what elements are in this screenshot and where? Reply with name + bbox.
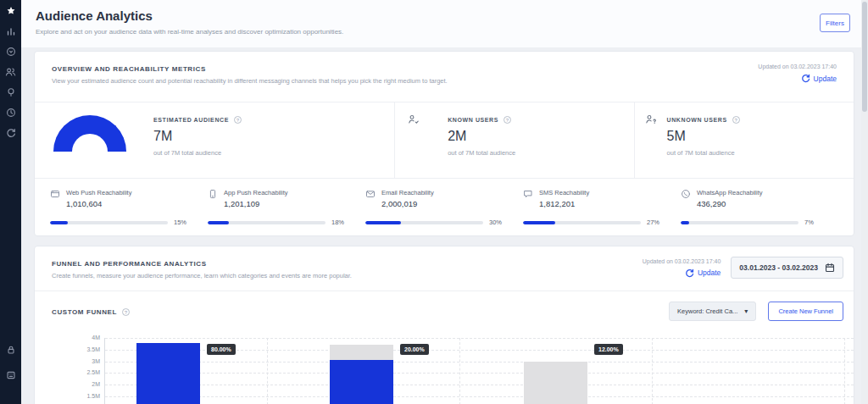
funnel-bar-total[interactable] [524,362,587,404]
progress-track [208,221,326,224]
progress-percent: 30% [489,219,504,226]
gridline-vertical [267,338,268,404]
gridline-vertical [652,338,653,404]
custom-funnel-toolbar: CUSTOM FUNNEL ? Keyword: Credit Ca... ▾ … [35,291,854,331]
help-icon[interactable]: ? [732,116,740,124]
metric-unknown-users: UNKNOWN USERS ? 5M out of 7M total audie… [634,102,854,179]
metric-value: 5M [667,129,740,144]
users-icon[interactable] [5,66,16,77]
funnel-updated-text: Updated on 03.02.2023 17:40 [643,258,721,264]
funnel-card-subtitle: Create funnels, measure your audience pe… [52,272,352,279]
gridline [105,373,854,374]
funnel-chart-plot: 80.00%20.00%12.00% [104,338,854,404]
sms-icon [523,189,533,208]
channel-value: 436,290 [697,199,763,208]
gridline-vertical [844,338,845,404]
chevron-down-icon: ▾ [744,307,748,315]
calendar-icon [825,263,835,273]
metric-label: UNKNOWN USERS [667,117,727,123]
keyword-dropdown-value: Keyword: Credit Ca... [677,307,737,315]
metric-caption: out of 7M total audience [153,149,242,157]
whatsapp-icon [681,189,691,208]
metric-label: KNOWN USERS [448,117,498,123]
progress-percent: 7% [804,219,820,226]
y-tick-label: 3M [62,358,100,364]
lock-icon[interactable] [5,344,16,355]
y-tick-label: 4M [62,335,100,340]
sidebar [0,0,21,404]
progress-percent: 15% [174,219,189,226]
funnel-bar-reached[interactable] [136,343,200,404]
y-tick-label: 2M [62,381,100,387]
gridline [105,385,854,385]
progress-fill [681,221,689,224]
help-icon[interactable]: ? [504,116,511,124]
overview-update-button[interactable]: Update [758,74,837,83]
page-title: Audience Analytics [36,8,153,23]
star-icon[interactable] [5,5,16,16]
create-new-funnel-button[interactable]: Create New Funnel [768,302,843,321]
conversion-badge: 20.00% [400,344,429,355]
progress-fill [523,221,555,224]
channel-value: 1,812,201 [539,199,589,208]
metric-text: UNKNOWN USERS ? 5M out of 7M total audie… [667,116,740,157]
audience-gauge-chart [53,115,126,152]
email-icon [365,189,376,208]
bar-chart-icon[interactable] [5,25,16,36]
user-check-icon [408,114,420,125]
target-icon[interactable] [5,46,16,57]
user-question-icon [645,114,657,125]
overview-card-subtitle: View your estimated audience count and p… [52,77,448,85]
metric-caption: out of 7M total audience [667,149,740,157]
y-tick-label: 1.5M [62,393,100,399]
funnel-header-right: Updated on 03.02.2023 17:40 Update 03.01… [643,257,843,279]
y-tick-label: 3.5M [62,346,100,352]
metric-text: ESTIMATED AUDIENCE ? 7M out of 7M total … [153,116,242,157]
overview-updated-text: Updated on 03.02.2023 17:40 [758,64,837,69]
scrollbar-track [861,0,868,404]
custom-funnel-title: CUSTOM FUNNEL [52,308,117,316]
channel-label: Web Push Reachability [66,189,131,196]
funnel-card-header: FUNNEL AND PERFORMANCE ANALYTICS Create … [52,260,352,279]
gridline [105,338,854,339]
reachability-email: Email Reachability 2,000,019 30% [365,189,523,237]
metric-label: ESTIMATED AUDIENCE [153,117,229,123]
help-icon[interactable]: ? [234,116,242,124]
gridline [105,362,854,362]
keyword-dropdown[interactable]: Keyword: Credit Ca... ▾ [669,302,756,321]
apps-grid-icon[interactable] [5,369,16,380]
help-icon[interactable]: ? [122,308,130,316]
gridline [105,396,854,397]
sidebar-nav [5,0,16,138]
refresh-icon [685,268,694,278]
metric-caption: out of 7M total audience [448,149,515,157]
filters-button[interactable]: Filters [820,14,850,32]
web-push-icon [50,189,60,208]
history-clock-icon[interactable] [5,107,16,118]
funnel-updated-box: Updated on 03.02.2023 17:40 Update [643,258,721,278]
gridline-vertical [459,338,460,404]
funnel-bar-reached[interactable] [330,360,393,404]
sidebar-bottom [5,344,16,404]
date-range-picker[interactable]: 03.01.2023 - 03.02.2023 [731,257,843,279]
reachability-app-push: App Push Reachability 1,201,109 18% [208,189,365,237]
app-push-icon [208,189,218,208]
progress-track [50,221,168,224]
refresh-icon [801,74,810,83]
y-tick-label: 2.5M [62,369,100,375]
reachability-sms: SMS Reachability 1,812,201 27% [523,189,681,237]
conversion-badge: 12.00% [594,344,623,355]
overview-card-header: OVERVIEW AND REACHABILITY METRICS View y… [52,65,448,85]
page-subtitle: Explore and act on your audience data wi… [36,28,343,36]
funnel-card: FUNNEL AND PERFORMANCE ANALYTICS Create … [34,246,854,404]
reachability-whatsapp: WhatsApp Reachability 436,290 7% [681,189,838,237]
metric-known-users: KNOWN USERS ? 2M out of 7M total audienc… [394,102,633,179]
scrollbar-thumb[interactable] [862,2,867,112]
channel-label: WhatsApp Reachability [697,189,763,196]
metric-text: KNOWN USERS ? 2M out of 7M total audienc… [448,116,515,157]
funnel-update-button[interactable]: Update [643,268,721,278]
progress-fill [365,221,401,224]
sync-icon[interactable] [5,127,16,138]
idea-pin-icon[interactable] [5,86,16,97]
channel-value: 1,201,109 [224,199,287,208]
